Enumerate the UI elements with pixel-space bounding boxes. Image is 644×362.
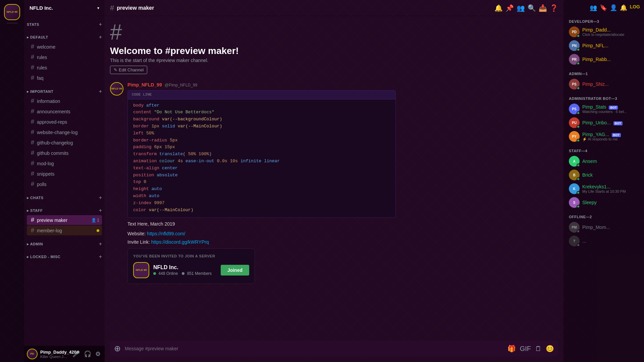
channel-hash-icon: #	[31, 129, 34, 136]
channel-github-commits[interactable]: # github commits	[27, 148, 102, 158]
category-important-label: ▸ IMPORTANT	[27, 89, 53, 94]
invite-url-link[interactable]: https://discord.gg/kWRYPrq	[151, 239, 209, 245]
member-name: Pimp_Shiz...	[582, 81, 639, 87]
channel-snippets[interactable]: # snippets	[27, 169, 102, 179]
member-pimp-yag[interactable]: PY Pimp_YAG... BOT ⚡ AI responds to me	[566, 130, 641, 143]
channel-polls[interactable]: # polls	[27, 179, 102, 189]
user-settings-icon[interactable]: 👤	[610, 4, 617, 11]
category-staff-add-icon[interactable]: +	[99, 207, 102, 214]
channel-preview-maker[interactable]: # preview maker 👤1	[27, 215, 102, 225]
server-icon-nfld[interactable]: NFLD 99	[4, 4, 20, 20]
inbox-icon[interactable]: 📥	[539, 4, 547, 12]
channel-name: approved-reps	[37, 119, 67, 125]
friends-icon[interactable]: 👥	[590, 4, 597, 11]
website-link[interactable]: https://nfld99.com/	[147, 231, 185, 236]
message-input-box: ⊕ 🎁 GIF 🗒 😊	[110, 341, 558, 357]
member-category-staff: STAFF—4	[566, 143, 641, 154]
edit-channel-button[interactable]: ✎ Edit Channel	[110, 66, 147, 74]
channel-hash-icon: #	[31, 139, 34, 146]
category-important-add-icon[interactable]: +	[99, 88, 102, 95]
mic-icon[interactable]: 🎤	[71, 349, 81, 359]
bookmark-icon[interactable]: 🔖	[600, 4, 607, 11]
member-name: Pimp_Stats BOT	[582, 104, 639, 110]
channel-welcome[interactable]: # welcome	[27, 42, 102, 52]
invite-label: Invite Link:	[127, 239, 150, 245]
member-pimp-mom[interactable]: PM Pimp_Mom...	[566, 221, 641, 234]
member-avatar-ansem: A	[569, 156, 580, 167]
code-line-16: color var(--MainColour)	[133, 207, 390, 214]
member-pimp-unbo[interactable]: PU Pimp_Unbo... BOT	[566, 116, 641, 129]
category-locked-misc-add-icon[interactable]: +	[99, 254, 102, 260]
message-avatar[interactable]: NFLD 99	[110, 82, 123, 96]
category-default-add-icon[interactable]: +	[99, 34, 102, 40]
headphone-icon[interactable]: 🎧	[83, 349, 93, 359]
sticker-icon[interactable]: 🗒	[534, 344, 543, 354]
channel-sidebar: NFLD Inc. ▾ STATS + ▸ DEFAULT + # welcom…	[24, 0, 105, 362]
channel-rules2[interactable]: # rules	[27, 63, 102, 72]
member-avatar-offline-2: ?	[569, 236, 580, 246]
member-avatar-pimp-dadd: PD	[569, 26, 580, 37]
invite-join-button[interactable]: Joined	[221, 265, 249, 276]
emoji-icon[interactable]: 😊	[544, 343, 555, 354]
channel-rules[interactable]: # rules	[27, 52, 102, 62]
discord-nitro-icon[interactable]: LOG	[630, 4, 640, 11]
code-line-13: height auto	[133, 186, 390, 193]
server-header[interactable]: NFLD Inc. ▾	[24, 0, 105, 16]
member-avatar-brick: B	[569, 170, 580, 180]
channel-hash-icon: #	[31, 149, 34, 157]
member-pimp-rabb[interactable]: PR Pimp_Rabb...	[566, 53, 641, 66]
category-locked-misc[interactable]: ▸ LOCKED - MISC +	[24, 248, 105, 261]
member-name: Brick	[582, 172, 639, 178]
member-ansem[interactable]: A Ansem	[566, 155, 641, 168]
message-website: Website: https://nfld99.com/	[127, 230, 558, 237]
channel-approved-reps[interactable]: # approved-reps	[27, 117, 102, 127]
message-author[interactable]: Pimp_NFLD_99	[127, 82, 162, 87]
channel-faq[interactable]: # faq	[27, 73, 102, 83]
member-brick[interactable]: B Brick	[566, 168, 641, 182]
category-staff[interactable]: ▸ STAFF +	[24, 202, 105, 215]
pin-icon[interactable]: 📌	[505, 4, 514, 12]
notification-icon[interactable]: 🔔	[494, 4, 503, 12]
category-add-icon[interactable]: +	[99, 21, 102, 27]
gif-icon[interactable]: GIF	[519, 344, 532, 354]
member-sub: ⚡ AI responds to me	[582, 137, 639, 141]
category-admin-add-icon[interactable]: +	[99, 241, 102, 247]
member-name: Krekevyks1...	[582, 184, 639, 189]
member-pimp-nfl[interactable]: PN Pimp_NFL...	[566, 39, 641, 52]
member-category-admin-bot: ADMINISTRATOR BOT—3	[566, 91, 641, 102]
status-dot	[577, 164, 580, 167]
member-pimp-dadd[interactable]: PD Pimp_Dadd... Click to negotiate/alloc…	[566, 25, 641, 39]
mention-tag: @Pimp_NFLD_99	[165, 83, 198, 87]
category-default[interactable]: ▸ DEFAULT +	[24, 29, 105, 42]
search-icon[interactable]: 🔍	[528, 4, 536, 12]
code-line-14: width auto	[133, 193, 390, 200]
member-pimp-shiz[interactable]: PS Pimp_Shiz...	[566, 77, 641, 91]
message-input[interactable]	[122, 346, 506, 351]
member-offline-2[interactable]: ? ...	[566, 234, 641, 248]
category-admin[interactable]: ▸ ADMIN +	[24, 236, 105, 248]
category-important[interactable]: ▸ IMPORTANT +	[24, 83, 105, 96]
category-chats[interactable]: ▸ CHATS +	[24, 189, 105, 202]
channel-website-change-log[interactable]: # website-change-log	[27, 127, 102, 137]
bot-badge: BOT	[613, 121, 623, 125]
code-line-2: content "Do Not Use Betterdocs"	[133, 109, 390, 116]
category-stats[interactable]: STATS +	[24, 16, 105, 29]
channel-github-changelog[interactable]: # github-changelog	[27, 138, 102, 147]
channel-information[interactable]: # information	[27, 96, 102, 106]
member-pimp-stats[interactable]: PS Pimp_Stats BOT Watching counters · 5 …	[566, 102, 641, 116]
member-sleepy[interactable]: S Sleepy	[566, 196, 641, 209]
notification-bell-icon[interactable]: 🔔	[620, 4, 627, 11]
members-icon[interactable]: 👥	[517, 4, 525, 12]
category-chats-add-icon[interactable]: +	[99, 195, 102, 201]
member-krekevyks1[interactable]: K Krekevyks1... My Life Starts at 10:30 …	[566, 182, 641, 195]
gift-icon[interactable]: 🎁	[506, 343, 517, 354]
member-avatar-pimp-stats: PS	[569, 104, 580, 114]
add-attachment-button[interactable]: ⊕	[113, 343, 122, 355]
help-icon[interactable]: ❓	[550, 4, 558, 12]
channel-name: github-changelog	[37, 140, 73, 145]
channel-announcements[interactable]: # announcements	[27, 107, 102, 116]
channel-member-log[interactable]: # member-log	[27, 226, 102, 235]
messages-area[interactable]: # Welcome to #preview maker! This is the…	[105, 16, 564, 341]
settings-icon[interactable]: ⚙	[94, 349, 102, 359]
channel-mod-log[interactable]: # mod-log	[27, 159, 102, 168]
